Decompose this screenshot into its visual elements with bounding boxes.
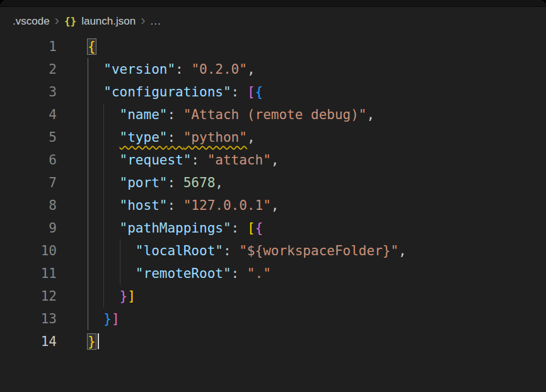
code-token: } (88, 334, 96, 349)
code-token: , (271, 198, 279, 213)
code-token: "request" (120, 153, 192, 168)
code-token: { (255, 221, 264, 236)
indent-guide (103, 171, 119, 194)
code-line[interactable]: 1{ (0, 35, 546, 58)
code-token: "${workspaceFolder}" (239, 243, 398, 258)
code-line-content: "host": "127.0.0.1", (88, 194, 279, 217)
code-token: "port" (120, 175, 168, 190)
code-line[interactable]: 10"localRoot": "${workspaceFolder}", (0, 239, 546, 262)
code-line-content: { (88, 35, 96, 58)
indent-guide (88, 58, 103, 81)
code-line-content: "request": "attach", (88, 149, 279, 171)
indent-guide (88, 126, 103, 149)
code-token: , (367, 107, 375, 122)
breadcrumb-folder[interactable]: .vscode (13, 15, 50, 28)
indent-guide (103, 262, 119, 285)
code-token: : (223, 243, 239, 258)
indent-guide (103, 103, 119, 126)
line-number[interactable]: 4 (0, 103, 88, 126)
code-line[interactable]: 5"type": "python", (0, 126, 546, 149)
indent-guide (103, 239, 119, 262)
code-line[interactable]: 11"remoteRoot": "." (0, 262, 546, 285)
code-token: ] (112, 311, 120, 326)
indent-guide (88, 239, 103, 262)
code-token: [ (247, 221, 255, 236)
code-token: } (120, 289, 128, 304)
code-token: 5678 (183, 175, 216, 190)
code-line[interactable]: 6"request": "attach", (0, 149, 546, 171)
code-token: "version" (103, 62, 175, 77)
code-token: "python" (183, 130, 247, 145)
line-number[interactable]: 9 (0, 217, 88, 239)
code-line[interactable]: 4"name": "Attach (remote debug)", (0, 103, 546, 126)
code-line[interactable]: 2"version": "0.2.0", (0, 58, 546, 81)
code-token: "pathMappings" (120, 221, 231, 236)
line-number[interactable]: 14 (0, 330, 88, 353)
chevron-right-icon: › (141, 14, 145, 28)
line-number[interactable]: 1 (0, 35, 88, 58)
code-token: "attach" (207, 153, 271, 168)
code-token: , (215, 175, 223, 190)
code-token: "127.0.0.1" (183, 198, 271, 213)
code-token: "0.2.0" (191, 62, 247, 77)
code-token: : (167, 175, 183, 190)
code-line[interactable]: 9"pathMappings": [{ (0, 217, 546, 239)
code-line[interactable]: 12}] (0, 285, 546, 308)
code-line-content: "remoteRoot": "." (88, 262, 271, 285)
code-token: "Attach (remote debug)" (183, 107, 367, 122)
code-token: : (231, 221, 247, 236)
line-number[interactable]: 10 (0, 239, 88, 262)
code-token: ] (127, 289, 136, 304)
code-token: : (231, 84, 247, 100)
line-number[interactable]: 6 (0, 149, 88, 171)
window-top-strip (0, 0, 546, 7)
line-number[interactable]: 2 (0, 58, 88, 81)
line-number[interactable]: 11 (0, 262, 88, 285)
line-number[interactable]: 7 (0, 171, 88, 194)
text-cursor (98, 333, 99, 349)
code-line[interactable]: 8"host": "127.0.0.1", (0, 194, 546, 217)
code-line-content: }] (88, 308, 120, 330)
code-line-content: "configurations": [{ (88, 81, 263, 103)
indent-guide (103, 126, 119, 149)
code-token: { (88, 39, 96, 54)
code-token: , (398, 243, 407, 258)
code-token: "remoteRoot" (136, 266, 231, 281)
code-token: "configurations" (103, 84, 231, 100)
line-number[interactable]: 13 (0, 308, 88, 330)
line-number[interactable]: 12 (0, 285, 88, 308)
chevron-right-icon: › (55, 14, 59, 28)
code-line-content: "pathMappings": [{ (88, 217, 263, 239)
code-token: } (103, 311, 112, 326)
warning-squiggle: "type": "python" (120, 130, 247, 145)
code-line-content: } (88, 330, 99, 353)
code-token: "name" (120, 107, 168, 122)
indent-guide (88, 285, 103, 308)
code-line[interactable]: 3"configurations": [{ (0, 81, 546, 103)
code-line-content: "type": "python", (88, 126, 255, 149)
breadcrumb-symbol-ellipsis[interactable]: ... (151, 15, 161, 28)
code-lines: 1{2"version": "0.2.0",3"configurations":… (0, 35, 546, 353)
code-token: [ (247, 84, 255, 100)
code-line[interactable]: 13}] (0, 308, 546, 330)
code-line[interactable]: 14} (0, 330, 546, 353)
code-token: : (175, 62, 191, 77)
line-number[interactable]: 5 (0, 126, 88, 149)
breadcrumb-file[interactable]: launch.json (81, 15, 136, 28)
json-file-icon: {} (64, 15, 76, 27)
code-token: : (167, 198, 183, 213)
indent-guide (88, 81, 103, 103)
code-token: , (247, 130, 255, 145)
code-line-content: "localRoot": "${workspaceFolder}", (88, 239, 407, 262)
indent-guide (103, 149, 119, 171)
line-number[interactable]: 8 (0, 194, 88, 217)
indent-guide (120, 239, 136, 262)
code-line-content: "port": 5678, (88, 171, 223, 194)
code-line-content: "name": "Attach (remote debug)", (88, 103, 375, 126)
code-line[interactable]: 7"port": 5678, (0, 171, 546, 194)
indent-guide (103, 285, 119, 308)
code-token: "." (247, 266, 271, 281)
code-token: "localRoot" (136, 243, 223, 258)
indent-guide (88, 217, 103, 239)
line-number[interactable]: 3 (0, 81, 88, 103)
